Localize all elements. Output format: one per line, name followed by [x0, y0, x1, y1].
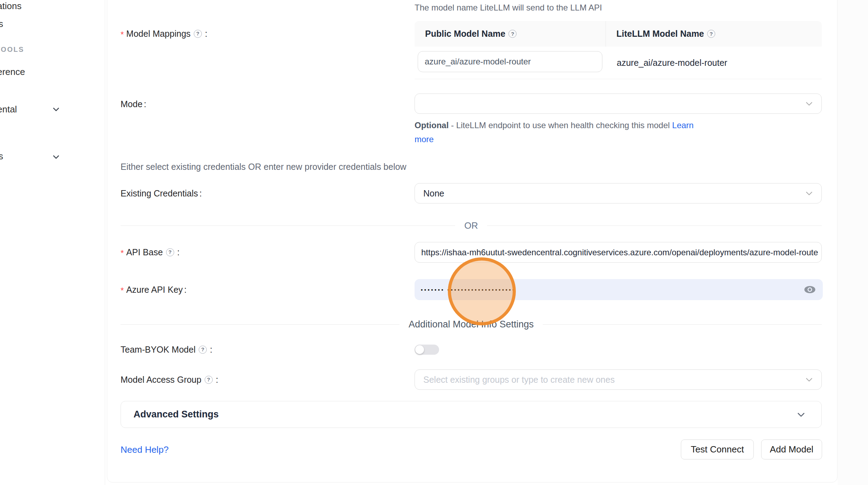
question-circle-icon[interactable]: ?: [194, 30, 202, 38]
model-mappings-table-row: azure_ai/azure-model-router azure_ai/azu…: [415, 47, 822, 79]
mode-help-text: Optional - LiteLLM endpoint to use when …: [415, 118, 705, 146]
public-model-name-input[interactable]: azure_ai/azure-model-router: [418, 51, 602, 72]
public-model-name-header: Public Model Name ?: [415, 21, 606, 47]
chevron-down-icon: [805, 99, 814, 108]
question-circle-icon[interactable]: ?: [205, 376, 213, 384]
add-model-page: ations s TOOLS erence ental s The model …: [0, 0, 868, 485]
team-byok-label: Team-BYOK Model ? :: [121, 344, 212, 355]
test-connect-button[interactable]: Test Connect: [681, 439, 754, 459]
additional-model-info-divider: Additional Model Info Settings: [121, 319, 822, 330]
eye-icon[interactable]: [804, 285, 816, 294]
model-mappings-table: Public Model Name ? LiteLLM Model Name ?…: [415, 21, 822, 79]
advanced-settings-title: Advanced Settings: [134, 409, 219, 420]
toggle-knob: [415, 345, 424, 354]
add-model-button[interactable]: Add Model: [761, 439, 822, 459]
chevron-down-icon: [796, 410, 806, 420]
model-mappings-label: * Model Mappings ? :: [121, 28, 207, 39]
mode-select[interactable]: [415, 93, 822, 114]
azure-api-key-label: * Azure API Key :: [121, 284, 187, 295]
mode-label: Mode :: [121, 99, 146, 109]
model-name-description: The model name LiteLLM will send to the …: [415, 3, 602, 13]
model-mappings-table-header: Public Model Name ? LiteLLM Model Name ?: [415, 21, 822, 47]
existing-credentials-select[interactable]: None: [415, 183, 822, 203]
question-circle-icon[interactable]: ?: [508, 30, 517, 38]
question-circle-icon[interactable]: ?: [199, 346, 207, 354]
masked-password-value: ••••••• ••••••••••••••••••••: [421, 287, 516, 293]
team-byok-toggle[interactable]: [415, 345, 439, 355]
advanced-settings-panel[interactable]: Advanced Settings: [121, 401, 822, 428]
existing-credentials-label: Existing Credentials :: [121, 188, 202, 199]
api-base-input[interactable]: https://ishaa-mh6uutut-swedencentral.cog…: [415, 242, 822, 263]
required-marker: *: [121, 29, 124, 40]
required-marker: *: [121, 248, 124, 258]
model-access-group-label: Model Access Group ? :: [121, 374, 218, 385]
chevron-down-icon: [805, 189, 814, 198]
litellm-model-name-header: LiteLLM Model Name ?: [606, 21, 822, 47]
select-placeholder: Select existing groups or type to create…: [423, 375, 615, 385]
credentials-note: Either select existing credentials OR en…: [121, 162, 406, 172]
litellm-model-name-value: azure_ai/azure-model-router: [617, 47, 727, 79]
model-access-group-select[interactable]: Select existing groups or type to create…: [415, 369, 822, 390]
question-circle-icon[interactable]: ?: [166, 248, 174, 256]
need-help-link[interactable]: Need Help?: [121, 444, 169, 455]
or-divider: OR: [121, 220, 822, 231]
required-marker: *: [121, 285, 124, 296]
api-base-label: * API Base ? :: [121, 247, 180, 257]
chevron-down-icon: [805, 375, 814, 384]
question-circle-icon[interactable]: ?: [707, 30, 715, 38]
azure-api-key-input[interactable]: ••••••• ••••••••••••••••••••: [415, 279, 823, 300]
